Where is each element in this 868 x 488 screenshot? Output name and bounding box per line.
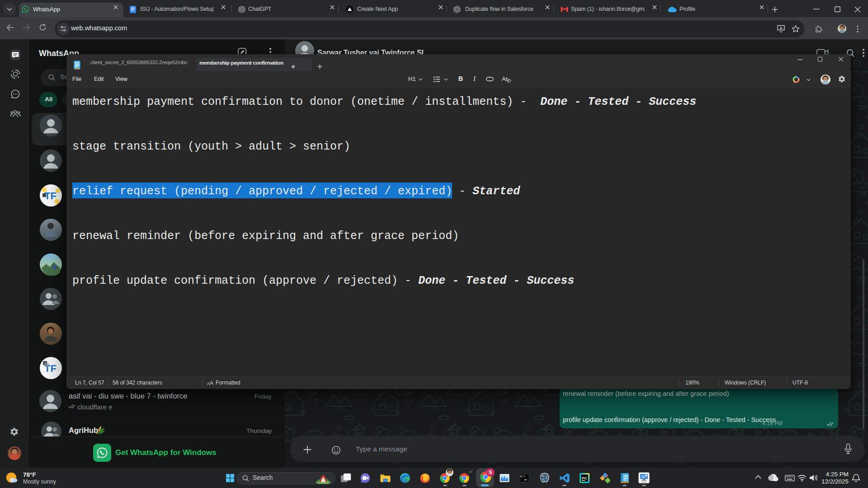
svg-text:TaskPro: TaskPro [642,481,647,483]
svg-text:TF: TF [44,190,57,202]
svg-text:A: A [210,380,213,385]
svg-text:PC: PC [582,476,587,480]
svg-text:GO: GO [642,476,645,478]
svg-text:C:\: C:\ [520,475,525,478]
